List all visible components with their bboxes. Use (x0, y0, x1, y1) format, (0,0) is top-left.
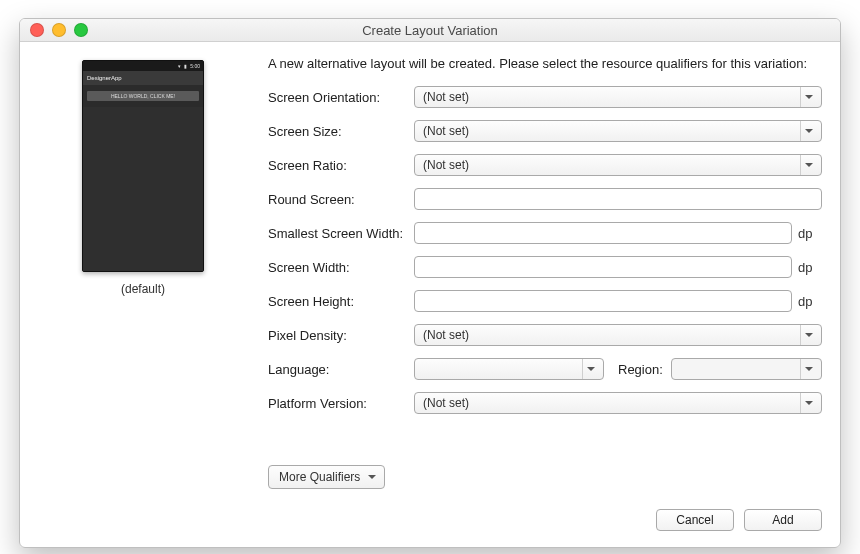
row-width: Screen Width: dp (268, 255, 822, 279)
label-platform: Platform Version: (268, 396, 414, 411)
row-round: Round Screen: (268, 187, 822, 211)
label-height: Screen Height: (268, 294, 414, 309)
more-qualifiers-label: More Qualifiers (279, 470, 360, 484)
chevron-down-icon (800, 393, 817, 413)
titlebar: Create Layout Variation (20, 19, 840, 42)
round-screen-input[interactable] (414, 188, 822, 210)
dp-suffix: dp (798, 294, 822, 309)
chevron-down-icon (800, 155, 817, 175)
pixel-density-select[interactable]: (Not set) (414, 324, 822, 346)
region-select[interactable] (671, 358, 822, 380)
intro-text: A new alternative layout will be created… (268, 56, 822, 71)
platform-version-select[interactable]: (Not set) (414, 392, 822, 414)
smallest-width-input[interactable] (414, 222, 792, 244)
row-size: Screen Size: (Not set) (268, 119, 822, 143)
device-preview: ▾ ▮ 5:00 DesignerApp HELLO WORLD, CLICK … (82, 60, 204, 272)
row-language: Language: Region: (268, 357, 822, 381)
dialog-window: Create Layout Variation ▾ ▮ 5:00 Designe… (19, 18, 841, 548)
row-ratio: Screen Ratio: (Not set) (268, 153, 822, 177)
row-more-qualifiers: More Qualifiers (268, 465, 822, 489)
screen-size-select[interactable]: (Not set) (414, 120, 822, 142)
label-size: Screen Size: (268, 124, 414, 139)
chevron-down-icon (800, 87, 817, 107)
platform-version-value: (Not set) (423, 396, 469, 410)
language-select[interactable] (414, 358, 604, 380)
row-smallest-width: Smallest Screen Width: dp (268, 221, 822, 245)
label-round: Round Screen: (268, 192, 414, 207)
preview-statusbar: ▾ ▮ 5:00 (83, 61, 203, 71)
dp-suffix: dp (798, 226, 822, 241)
screen-width-input[interactable] (414, 256, 792, 278)
preview-appbar: DesignerApp (83, 71, 203, 85)
dialog-body: ▾ ▮ 5:00 DesignerApp HELLO WORLD, CLICK … (20, 42, 840, 547)
label-orientation: Screen Orientation: (268, 90, 414, 105)
row-orientation: Screen Orientation: (Not set) (268, 85, 822, 109)
pixel-density-value: (Not set) (423, 328, 469, 342)
dp-suffix: dp (798, 260, 822, 275)
preview-app-name: DesignerApp (87, 75, 122, 81)
label-density: Pixel Density: (268, 328, 414, 343)
label-width: Screen Width: (268, 260, 414, 275)
screen-ratio-select[interactable]: (Not set) (414, 154, 822, 176)
label-ratio: Screen Ratio: (268, 158, 414, 173)
chevron-down-icon (800, 325, 817, 345)
status-time: 5:00 (190, 63, 200, 69)
screen-height-input[interactable] (414, 290, 792, 312)
label-language: Language: (268, 362, 414, 377)
label-region: Region: (610, 362, 665, 377)
more-qualifiers-button[interactable]: More Qualifiers (268, 465, 385, 489)
chevron-down-icon (800, 359, 817, 379)
dialog-footer: Cancel Add (268, 509, 822, 531)
preview-pane: ▾ ▮ 5:00 DesignerApp HELLO WORLD, CLICK … (38, 56, 248, 531)
chevron-down-icon (582, 359, 599, 379)
screen-size-value: (Not set) (423, 124, 469, 138)
row-density: Pixel Density: (Not set) (268, 323, 822, 347)
orientation-select[interactable]: (Not set) (414, 86, 822, 108)
row-height: Screen Height: dp (268, 289, 822, 313)
battery-icon: ▮ (184, 63, 187, 69)
label-smallest-width: Smallest Screen Width: (268, 226, 414, 241)
preview-button: HELLO WORLD, CLICK ME! (87, 91, 199, 101)
chevron-down-icon (800, 121, 817, 141)
preview-caption: (default) (121, 282, 165, 296)
row-platform: Platform Version: (Not set) (268, 391, 822, 415)
wifi-icon: ▾ (178, 63, 181, 69)
window-title: Create Layout Variation (20, 23, 840, 38)
cancel-button[interactable]: Cancel (656, 509, 734, 531)
orientation-value: (Not set) (423, 90, 469, 104)
add-button[interactable]: Add (744, 509, 822, 531)
preview-surface (83, 107, 203, 271)
form-pane: A new alternative layout will be created… (248, 56, 822, 531)
chevron-down-icon (368, 475, 376, 479)
screen-ratio-value: (Not set) (423, 158, 469, 172)
